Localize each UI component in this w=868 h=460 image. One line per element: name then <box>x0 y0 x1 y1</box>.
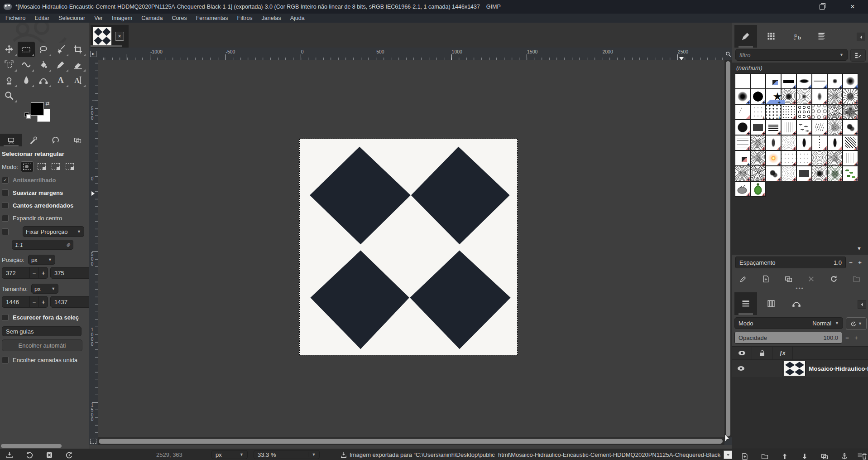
brush-splat2[interactable] <box>797 89 811 104</box>
anchor-layer-button[interactable] <box>838 450 851 460</box>
brush-chunk[interactable] <box>751 120 765 135</box>
swap-colors-icon[interactable]: ⇄ <box>45 101 49 107</box>
menu-ferramentas[interactable]: Ferramentas <box>192 14 233 23</box>
brush-cells[interactable] <box>797 105 811 119</box>
spacing-slider[interactable]: Espaçamento 1.0 <box>735 257 846 268</box>
clear-icon[interactable]: ⊗ <box>66 242 70 248</box>
ruler-origin-button[interactable]: ▶ <box>89 48 98 61</box>
tab-images[interactable] <box>67 134 89 146</box>
brush-tex[interactable] <box>751 151 765 165</box>
tab-fonts[interactable]: abc <box>785 25 808 48</box>
status-menu-button[interactable] <box>724 450 732 459</box>
brush-dots[interactable] <box>766 105 781 119</box>
brush-web[interactable] <box>812 105 827 119</box>
highlight-checkbox[interactable] <box>2 314 9 321</box>
tab-paths[interactable] <box>785 292 808 315</box>
opacity-increment-button[interactable]: + <box>852 333 860 342</box>
tool-transform-button[interactable] <box>0 57 18 73</box>
brush-noise1[interactable] <box>751 166 765 181</box>
tab-patterns[interactable] <box>760 25 782 48</box>
guides-dropdown[interactable]: Sem guias <box>2 326 82 336</box>
selection-mode-add-button[interactable] <box>36 161 48 171</box>
spacing-increment-button[interactable]: + <box>856 258 864 267</box>
brush-splat1[interactable] <box>812 166 827 181</box>
collapse-dock-button[interactable] <box>858 300 866 309</box>
tool-eraser-button[interactable] <box>69 57 86 73</box>
tab-undo-history[interactable] <box>44 134 67 146</box>
tab-device-status[interactable] <box>22 134 44 146</box>
tool-fuzzy-select-button[interactable] <box>52 42 69 57</box>
tool-zoom-button[interactable] <box>0 88 18 103</box>
tool-text-edit-button[interactable]: A <box>69 73 86 88</box>
tool-paths-button[interactable] <box>35 73 52 88</box>
brush-hline[interactable] <box>812 74 827 88</box>
checkbox-expandir-do-centro[interactable] <box>2 215 9 222</box>
size-width-spinbox[interactable]: 1446 − + <box>2 296 48 308</box>
brush-diag[interactable] <box>843 136 858 150</box>
chevron-down-icon[interactable]: ▼ <box>857 246 862 251</box>
brush-smear[interactable] <box>766 136 781 150</box>
tab-close-button[interactable]: × <box>115 32 124 41</box>
brush-noise1[interactable] <box>828 105 842 119</box>
ratio-input[interactable]: 1:1 ⊗ <box>12 240 73 250</box>
refresh-brushes-button[interactable] <box>827 273 840 285</box>
scrollbar-thumb[interactable] <box>99 439 723 444</box>
menu-filtros[interactable]: Filtros <box>233 14 257 23</box>
checkbox-suavizar-margens[interactable] <box>2 189 9 196</box>
opacity-decrement-button[interactable]: − <box>843 333 851 342</box>
layer-row[interactable]: Mosaico-Hidraulico-E <box>732 360 868 378</box>
configure-tab-button[interactable] <box>856 451 864 459</box>
lock-pixels-button[interactable] <box>752 347 772 359</box>
revert-button[interactable] <box>65 451 73 459</box>
brush-specks[interactable] <box>797 151 811 165</box>
visibility-header-button[interactable] <box>732 347 752 359</box>
brush-soft3[interactable] <box>735 89 750 104</box>
tab-brushes[interactable] <box>734 25 757 48</box>
brush-soft1[interactable] <box>828 74 842 88</box>
tool-crop-button[interactable] <box>69 42 86 57</box>
new-group-button[interactable] <box>758 450 772 460</box>
brush-splat3[interactable] <box>812 89 827 104</box>
size-unit-dropdown[interactable]: px ▼ <box>31 284 58 294</box>
brush-circle[interactable] <box>751 89 765 104</box>
tool-options-hscrollbar[interactable] <box>0 443 89 449</box>
position-unit-dropdown[interactable]: px ▼ <box>28 255 55 265</box>
tool-bucket-fill-button[interactable] <box>35 57 52 73</box>
panel-divider-handle[interactable]: ••• <box>732 287 868 291</box>
brush-pine[interactable] <box>828 166 842 181</box>
tool-free-select-button[interactable] <box>35 42 52 57</box>
tab-gradients[interactable] <box>810 25 833 48</box>
tool-warp-button[interactable] <box>18 57 35 73</box>
selection-mode-intersect-button[interactable] <box>64 161 76 171</box>
brush-blank[interactable] <box>751 74 765 88</box>
scrollbar-thumb[interactable] <box>726 61 730 436</box>
increment-icon[interactable]: + <box>38 296 48 307</box>
menu-ver[interactable]: Ver <box>90 14 107 23</box>
default-colors-icon[interactable] <box>24 112 30 118</box>
brush-chunk[interactable] <box>797 166 811 181</box>
brush-noise2[interactable] <box>843 105 858 119</box>
save-button[interactable] <box>5 451 14 459</box>
brush-ellipse[interactable] <box>797 74 811 88</box>
brush-soft2[interactable] <box>843 74 858 88</box>
size-height-spinbox[interactable]: 1437 <box>50 296 89 308</box>
menu-imagem[interactable]: Imagem <box>107 14 137 23</box>
brush-dot[interactable] <box>735 151 750 165</box>
zoom-follow-button[interactable] <box>724 48 732 60</box>
brush-vdark[interactable] <box>797 136 811 150</box>
position-x-spinbox[interactable]: 372 − + <box>2 267 48 279</box>
tab-tool-options[interactable] <box>0 134 22 146</box>
zoom-dropdown[interactable]: 33.3 % ▼ <box>254 450 320 459</box>
canvas-image[interactable] <box>299 139 518 355</box>
new-layer-button[interactable] <box>738 450 752 460</box>
unit-dropdown[interactable]: px ▼ <box>211 450 248 459</box>
brush-dot[interactable] <box>766 74 781 88</box>
brush-disc[interactable] <box>735 120 750 135</box>
decrement-icon[interactable]: − <box>29 296 38 307</box>
tool-rect-select-button[interactable] <box>18 42 35 57</box>
brush-hatch[interactable] <box>766 120 781 135</box>
brush-blob[interactable] <box>843 120 858 135</box>
brush-faint[interactable] <box>782 136 796 150</box>
fixed-ratio-checkbox[interactable] <box>2 228 9 235</box>
layer-visibility-toggle[interactable] <box>732 360 751 377</box>
